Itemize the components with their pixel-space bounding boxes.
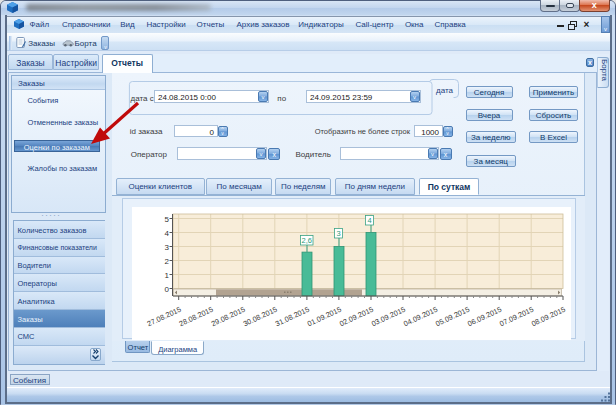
svg-text:3: 3 [337, 229, 341, 238]
svg-text:02.09.2015: 02.09.2015 [338, 305, 375, 329]
svg-text:27.08.2015: 27.08.2015 [146, 305, 183, 329]
svg-text:2: 2 [165, 257, 170, 266]
svg-text:01.09.2015: 01.09.2015 [306, 305, 343, 329]
svg-text:07.09.2015: 07.09.2015 [498, 305, 535, 329]
svg-text:06.09.2015: 06.09.2015 [466, 305, 503, 329]
svg-text:30.08.2015: 30.08.2015 [242, 305, 279, 329]
svg-text:2,6: 2,6 [302, 236, 312, 245]
svg-text:31.08.2015: 31.08.2015 [274, 305, 311, 329]
svg-text:29.08.2015: 29.08.2015 [210, 305, 247, 329]
svg-text:4: 4 [165, 229, 170, 238]
svg-text:0: 0 [165, 285, 170, 294]
svg-text:3: 3 [165, 243, 170, 252]
svg-text:5: 5 [165, 215, 170, 224]
svg-text:05.09.2015: 05.09.2015 [434, 305, 471, 329]
svg-text:1: 1 [165, 271, 170, 280]
svg-text:08.09.2015: 08.09.2015 [530, 305, 567, 329]
svg-text:04.09.2015: 04.09.2015 [402, 305, 439, 329]
svg-text:4: 4 [368, 216, 372, 225]
svg-text:28.08.2015: 28.08.2015 [178, 305, 215, 329]
svg-text:03.09.2015: 03.09.2015 [370, 305, 407, 329]
